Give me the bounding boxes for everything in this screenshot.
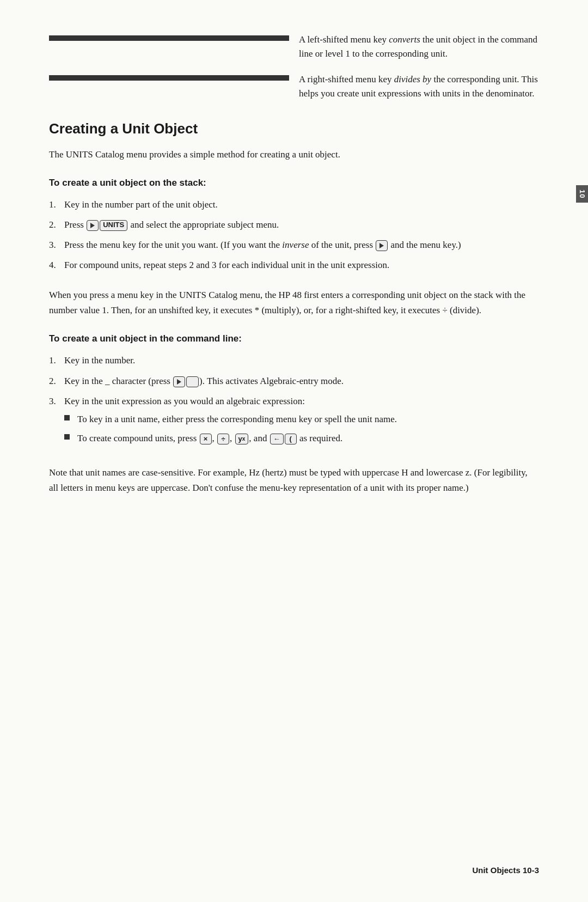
step1-1: 1. Key in the number part of the unit ob…: [49, 197, 539, 212]
step2-3-num: 3.: [49, 394, 64, 409]
bullet-icon-2: [49, 75, 289, 81]
right-shift-key-2: [376, 240, 388, 251]
section-intro: The UNITS Catalog menu provides a simple…: [49, 147, 539, 162]
paragraph2: Note that unit names are case-sensitive.…: [49, 465, 539, 496]
paren-key: (: [285, 434, 297, 444]
bullet-text-2: A right-shifted menu key divides by the …: [299, 72, 539, 101]
bullet-text-1: A left-shifted menu key converts the uni…: [299, 33, 539, 62]
step1-2: 2. Press UNITS and select the appropriat…: [49, 217, 539, 232]
sub-bullet-icon-2: [64, 434, 70, 440]
subsection2-title: To create a unit object in the command l…: [49, 333, 539, 344]
sub-bullet-list: To key in a unit name, either press the …: [64, 412, 539, 446]
step1-1-text: Key in the number part of the unit objec…: [64, 197, 539, 212]
units-key: UNITS: [100, 220, 127, 231]
step2-3-text: Key in the unit expression as you would …: [64, 394, 539, 450]
step1-4: 4. For compound units, repeat steps 2 an…: [49, 258, 539, 272]
bullet-item-1: A left-shifted menu key converts the uni…: [49, 33, 539, 62]
step1-3: 3. Press the menu key for the unit you w…: [49, 237, 539, 252]
sub-bullet-1: To key in a unit name, either press the …: [64, 412, 539, 426]
yx-key: yx: [235, 434, 249, 444]
steps2-list: 1. Key in the number. 2. Key in the _ ch…: [49, 353, 539, 450]
sub-bullet-2-text: To create compound units, press ×, ÷, yx…: [77, 431, 342, 446]
step2-1-text: Key in the number.: [64, 353, 539, 368]
steps1-list: 1. Key in the number part of the unit ob…: [49, 197, 539, 273]
step1-2-num: 2.: [49, 217, 64, 232]
paragraph1: When you press a menu key in the UNITS C…: [49, 288, 539, 318]
step1-4-num: 4.: [49, 258, 64, 272]
intro-bullet-list: A left-shifted menu key converts the uni…: [49, 33, 539, 101]
right-shift-key-3: [173, 376, 185, 387]
step2-1: 1. Key in the number.: [49, 353, 539, 368]
back-key: ←: [270, 434, 284, 444]
step2-2: 2. Key in the _ character (press ). This…: [49, 374, 539, 388]
step1-3-num: 3.: [49, 237, 64, 252]
section-title: Creating a Unit Object: [49, 120, 539, 137]
step1-3-text: Press the menu key for the unit you want…: [64, 237, 539, 252]
sub-bullet-1-text: To key in a unit name, either press the …: [77, 412, 397, 426]
bullet-item-2: A right-shifted menu key divides by the …: [49, 72, 539, 101]
step2-3: 3. Key in the unit expression as you wou…: [49, 394, 539, 450]
divide-key: ÷: [217, 434, 229, 444]
step2-2-num: 2.: [49, 374, 64, 388]
bullet-icon-1: [49, 35, 289, 41]
multiply-key: ×: [200, 434, 212, 444]
step2-2-text: Key in the _ character (press ). This ac…: [64, 374, 539, 388]
space-key: [186, 376, 199, 387]
right-shift-key-1: [87, 220, 99, 231]
step1-1-num: 1.: [49, 197, 64, 212]
page: 10 A left-shifted menu key converts the …: [0, 0, 588, 902]
footer: Unit Objects 10-3: [472, 866, 539, 875]
step1-4-text: For compound units, repeat steps 2 and 3…: [64, 258, 539, 272]
page-tab: 10: [576, 185, 588, 203]
subsection1-title: To create a unit object on the stack:: [49, 178, 539, 188]
step1-2-text: Press UNITS and select the appropriate s…: [64, 217, 539, 232]
sub-bullet-icon-1: [64, 415, 70, 420]
sub-bullet-2: To create compound units, press ×, ÷, yx…: [64, 431, 539, 446]
step2-1-num: 1.: [49, 353, 64, 368]
